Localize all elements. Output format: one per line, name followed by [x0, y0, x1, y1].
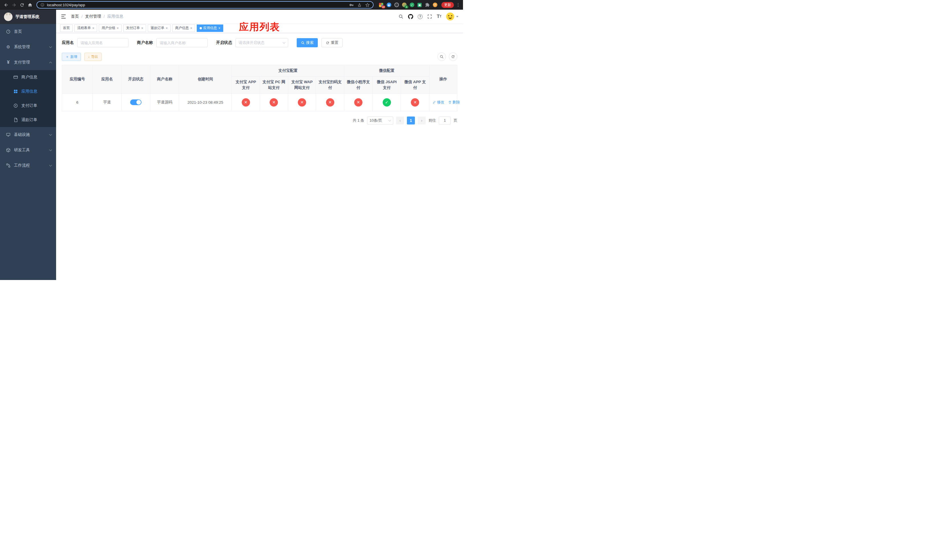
breadcrumb-payment[interactable]: 支付管理 — [85, 14, 101, 19]
add-button[interactable]: ＋ 新增 — [62, 53, 81, 61]
tag-merchant-info[interactable]: 商户信息× — [172, 24, 195, 32]
edit-link[interactable]: 修改 — [433, 100, 444, 105]
user-avatar[interactable] — [446, 12, 458, 21]
chrome-update-button[interactable]: 更新 — [441, 2, 454, 8]
col-alipay-pc: 支付宝 PC 网站支付 — [260, 77, 288, 94]
col-wechat-app: 微信 APP 支付 — [401, 77, 430, 94]
sidebar-item-pay-order[interactable]: 支付订单 — [0, 98, 56, 113]
col-wechat-mini: 微信小程序支付 — [344, 77, 373, 94]
chevron-down-icon — [456, 16, 458, 17]
col-alipay-wap: 支付宝 WAP 网站支付 — [288, 77, 316, 94]
extension-badge: 10 — [381, 5, 385, 9]
url-bar[interactable]: localhost:1024/pay/app — [36, 1, 374, 9]
col-created: 创建时间 — [179, 65, 232, 94]
page-content: 应用名 商户名称 开启状态 请选择开启状态 — [56, 33, 463, 280]
tab-close-icon[interactable]: × — [218, 26, 220, 30]
sidebar-item-merchant-info[interactable]: 商户信息 — [0, 70, 56, 84]
sidebar-item-home[interactable]: 首页 — [0, 24, 56, 39]
app-shell: 芋道管理系统 首页 ⚙ 系统管理 ¥ 支付管理 — [0, 10, 463, 280]
tab-close-icon[interactable]: × — [92, 26, 94, 30]
sidebar-item-infrastructure[interactable]: 基础设施 — [0, 127, 56, 142]
reload-icon[interactable] — [18, 1, 26, 9]
breadcrumb: 首页 / 支付管理 / 应用信息 — [71, 14, 123, 19]
sidebar-item-payment[interactable]: ¥ 支付管理 — [0, 55, 56, 70]
payment-submenu: 商户信息 应用信息 支付订单 — [0, 70, 56, 127]
table-row: 6 芋道 芋道源码 2021-10-23 08:49:25 ✕ ✕ ✕ ✕ ✕ — [62, 94, 457, 111]
extensions-puzzle-icon[interactable] — [425, 3, 430, 8]
extension-green-circle-icon[interactable]: ✓ — [410, 3, 414, 8]
document-icon — [13, 118, 18, 122]
font-size-icon[interactable]: TT — [437, 14, 441, 19]
fullscreen-icon[interactable] — [427, 14, 432, 19]
share-icon[interactable] — [357, 3, 362, 7]
app-title: 芋道管理系统 — [15, 14, 39, 20]
sidebar-item-label: 支付管理 — [14, 60, 30, 65]
home-icon[interactable] — [26, 1, 33, 9]
tag-refund-order[interactable]: 退款订单× — [148, 24, 171, 32]
pay-order-icon — [13, 103, 18, 108]
tag-process-form[interactable]: 流程表单× — [74, 24, 97, 32]
chevron-down-icon — [49, 45, 52, 48]
forward-icon[interactable] — [10, 1, 18, 9]
url-text[interactable]: localhost:1024/pay/app — [47, 3, 347, 7]
gear-icon: ⚙ — [6, 44, 11, 50]
chevron-down-icon — [49, 163, 52, 166]
prev-page-button[interactable]: ‹ — [396, 117, 404, 124]
refresh-icon — [326, 41, 330, 45]
tab-close-icon[interactable]: × — [141, 26, 143, 30]
navbar-actions: ? TT — [398, 12, 458, 21]
goto-page-input[interactable] — [439, 117, 451, 124]
page-size-select[interactable]: 10条/页 — [367, 117, 393, 124]
merchant-name-input[interactable] — [156, 38, 207, 47]
sidebar-item-refund-order[interactable]: 退款订单 — [0, 113, 56, 127]
tab-close-icon[interactable]: × — [166, 26, 168, 30]
profile-avatar-icon[interactable]: ツ — [433, 3, 437, 8]
tab-close-icon[interactable]: × — [117, 26, 119, 30]
tag-user-group[interactable]: 用户分组× — [99, 24, 122, 32]
sidebar-item-system[interactable]: ⚙ 系统管理 — [0, 39, 56, 55]
page-number-button[interactable]: 1 — [407, 117, 415, 124]
help-icon[interactable]: ? — [418, 14, 422, 19]
extension-dark-icon[interactable] — [394, 3, 399, 8]
refresh-table-button[interactable] — [449, 52, 457, 61]
sidebar-item-label: 商户信息 — [21, 75, 37, 80]
search-button[interactable]: 搜索 — [297, 38, 318, 47]
sidebar-logo[interactable]: 芋道管理系统 — [0, 10, 56, 24]
breadcrumb-separator: / — [104, 14, 105, 19]
back-icon[interactable] — [2, 1, 10, 9]
sidebar-item-label: 支付订单 — [21, 103, 37, 108]
tag-home[interactable]: 首页 — [60, 24, 73, 32]
sidebar-item-dev-tools[interactable]: 研发工具 — [0, 142, 56, 158]
extension-blue-icon[interactable]: ◆ — [386, 3, 391, 8]
export-button[interactable]: ↓ 导出 — [84, 53, 101, 61]
extension-avatar-icon[interactable]: 1 — [402, 3, 407, 8]
tag-app-info[interactable]: 应用信息× — [197, 24, 223, 32]
bookmark-star-icon[interactable] — [365, 3, 369, 7]
extension-green-square-icon[interactable]: ▣ — [417, 3, 422, 8]
next-page-button[interactable]: › — [418, 117, 426, 124]
extension-grid-icon[interactable]: 10 — [379, 3, 384, 8]
sidebar-item-label: 系统管理 — [14, 44, 30, 50]
chrome-menu-icon[interactable]: ⋮ — [455, 2, 461, 8]
browser-toolbar: localhost:1024/pay/app 10 ◆ — [0, 0, 463, 10]
delete-link[interactable]: 删除 — [448, 100, 460, 105]
status-select[interactable]: 请选择开启状态 — [236, 38, 288, 47]
sidebar-item-app-info[interactable]: 应用信息 — [0, 84, 56, 98]
sidebar-toggle-icon[interactable] — [61, 14, 67, 20]
app-name-input[interactable] — [77, 38, 129, 47]
breadcrumb-separator: / — [82, 14, 83, 19]
reset-button[interactable]: 重置 — [321, 38, 342, 47]
tab-close-icon[interactable]: × — [190, 26, 192, 30]
github-icon[interactable] — [408, 14, 413, 19]
site-info-icon[interactable] — [41, 3, 44, 7]
toggle-search-button[interactable] — [437, 52, 446, 61]
sidebar-item-label: 应用信息 — [21, 89, 37, 94]
password-key-icon[interactable] — [350, 3, 354, 7]
sidebar-item-workflow[interactable]: 工作流程 — [0, 158, 56, 173]
breadcrumb-home[interactable]: 首页 — [71, 14, 79, 19]
search-icon[interactable] — [398, 14, 404, 19]
tag-pay-order[interactable]: 支付订单× — [123, 24, 146, 32]
status-toggle[interactable] — [130, 100, 142, 105]
breadcrumb-current: 应用信息 — [107, 14, 123, 19]
chevron-down-icon — [283, 41, 286, 44]
